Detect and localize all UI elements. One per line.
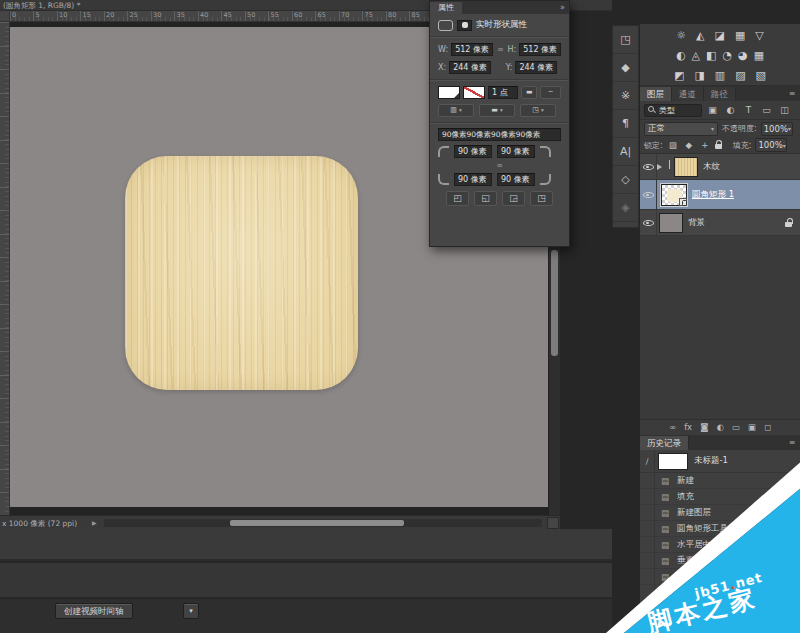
horizontal-scrollbar-thumb[interactable] xyxy=(230,520,404,526)
character-styles-panel-icon[interactable]: A| xyxy=(613,138,638,166)
status-menu-arrow-icon[interactable]: ▶ xyxy=(92,519,97,526)
layer-name[interactable]: 木纹 xyxy=(703,161,720,173)
history-item[interactable]: ▤ 新建 xyxy=(640,473,800,489)
collapse-panel-icon[interactable]: » xyxy=(556,2,569,14)
tab-properties[interactable]: 属性 xyxy=(430,2,462,14)
layer-thumbnail[interactable] xyxy=(659,213,683,233)
fill-color-swatch[interactable] xyxy=(438,86,460,99)
create-video-timeline-button[interactable]: 创建视频时间轴 xyxy=(55,603,133,619)
stroke-align-dropdown[interactable]: ▥ ▾ xyxy=(438,104,474,117)
selective-color-icon[interactable]: ▧ xyxy=(756,69,766,82)
tab-layers[interactable]: 图层 xyxy=(640,87,672,101)
photo-filter-icon[interactable]: ◔ xyxy=(722,49,732,62)
pathfinder-op-3-button[interactable]: ◲ xyxy=(502,191,525,206)
color-balance-icon[interactable]: ◬ xyxy=(692,49,700,62)
brightness-contrast-icon[interactable]: ☼ xyxy=(676,29,686,42)
color-lookup-icon[interactable]: ▦ xyxy=(754,49,764,62)
link-dimensions-icon[interactable]: ∞ xyxy=(496,45,505,54)
hue-saturation-icon[interactable]: ◐ xyxy=(676,49,686,62)
stroke-type-dropdown[interactable]: ▬ xyxy=(521,86,537,99)
window-resize-grip[interactable] xyxy=(547,517,559,529)
layer-filter-type-select[interactable]: 类型 xyxy=(644,104,702,117)
tool-presets-panel-icon[interactable]: ※ xyxy=(613,82,638,110)
curves-icon[interactable]: ◪ xyxy=(715,29,725,42)
visibility-toggle[interactable] xyxy=(640,154,657,179)
3d-panel-icon[interactable]: ◇ xyxy=(613,166,638,194)
filter-type-layers-icon[interactable]: T xyxy=(741,105,756,115)
history-item[interactable]: ▤ 水平居中对齐 xyxy=(640,537,800,553)
y-field[interactable]: 244 像素 xyxy=(515,61,557,74)
tab-history[interactable]: 历史记录 xyxy=(640,436,689,450)
history-item[interactable]: ▤ xyxy=(640,585,800,601)
wood-rounded-rectangle-shape[interactable] xyxy=(125,156,358,390)
lock-image-pixels-icon[interactable]: ◆ xyxy=(683,140,695,150)
layer-row-background[interactable]: 背景 xyxy=(640,210,800,236)
filter-adjustment-layers-icon[interactable]: ◐ xyxy=(723,105,738,115)
x-field[interactable]: 244 像素 xyxy=(449,61,491,74)
blend-mode-select[interactable]: 正常 ▾ xyxy=(644,122,718,136)
snapshot-name[interactable]: 未标题-1 xyxy=(694,455,728,467)
paragraph-panel-icon[interactable]: ¶ xyxy=(613,110,638,138)
filter-pixel-layers-icon[interactable]: ▣ xyxy=(705,105,720,115)
history-item-current[interactable]: ▤ xyxy=(640,617,800,633)
layers-panel-menu-icon[interactable]: ≡ xyxy=(784,87,800,101)
tab-channels[interactable]: 通道 xyxy=(672,87,704,101)
invert-icon[interactable]: ◩ xyxy=(674,69,684,82)
stroke-width-field[interactable]: 1 点 xyxy=(488,86,518,99)
new-adjustment-layer-icon[interactable]: ◐ xyxy=(716,423,723,432)
horizontal-scrollbar[interactable] xyxy=(104,519,542,527)
vertical-ruler[interactable] xyxy=(0,22,10,515)
lock-transparent-pixels-icon[interactable]: ▨ xyxy=(667,140,679,150)
delete-layer-icon[interactable]: ◻ xyxy=(764,423,771,432)
filter-shape-layers-icon[interactable]: ▭ xyxy=(759,105,774,115)
history-snapshot-row[interactable]: ∕ 未标题-1 xyxy=(640,450,800,473)
add-layer-mask-icon[interactable]: ◙ xyxy=(700,423,708,432)
threshold-icon[interactable]: ▥ xyxy=(715,69,725,82)
visibility-toggle[interactable] xyxy=(640,180,657,209)
new-layer-icon[interactable]: ▣ xyxy=(748,423,756,432)
channel-mixer-icon[interactable]: ◕ xyxy=(738,49,748,62)
layer-row-rounded-rectangle[interactable]: 圆角矩形 1 xyxy=(640,180,800,210)
vertical-scrollbar-thumb[interactable] xyxy=(551,250,558,356)
pathfinder-op-2-button[interactable]: ◱ xyxy=(474,191,497,206)
filter-smart-objects-icon[interactable]: ◫ xyxy=(777,105,792,115)
new-group-icon[interactable]: ▭ xyxy=(732,423,740,432)
radius-top-right-field[interactable]: 90 像素 xyxy=(497,145,535,158)
history-item[interactable]: ▤ 新建图层 xyxy=(640,505,800,521)
visibility-toggle[interactable] xyxy=(640,210,657,235)
history-item[interactable]: ▤ 填充图层 xyxy=(640,569,800,585)
timeline-mode-dropdown[interactable]: ▾ xyxy=(183,603,199,619)
link-radius-icon[interactable]: ∞ xyxy=(495,161,504,170)
height-field[interactable]: 512 像素 xyxy=(519,43,561,56)
history-item[interactable]: ▤ 圆角矩形工具 xyxy=(640,521,800,537)
radius-bottom-left-field[interactable]: 90 像素 xyxy=(454,173,492,186)
levels-icon[interactable]: ◭ xyxy=(696,29,704,42)
layer-thumbnail[interactable] xyxy=(674,157,698,177)
pathfinder-op-1-button[interactable]: ◰ xyxy=(446,191,469,206)
radius-top-left-field[interactable]: 90 像素 xyxy=(454,145,492,158)
layer-row-wood[interactable]: 木纹 xyxy=(640,154,800,180)
exposure-icon[interactable]: ▦ xyxy=(735,29,745,42)
layer-name[interactable]: 圆角矩形 1 xyxy=(692,189,734,201)
lock-all-icon[interactable] xyxy=(715,140,723,150)
black-white-icon[interactable]: ◧ xyxy=(706,49,716,62)
fill-field[interactable]: 100% ▾ xyxy=(755,138,787,152)
vibrance-icon[interactable]: ▽ xyxy=(755,29,763,42)
lock-position-icon[interactable]: + xyxy=(699,140,711,150)
layer-style-icon[interactable]: fx xyxy=(684,423,692,432)
opacity-field[interactable]: 100% ▾ xyxy=(761,122,793,136)
brush-panel-icon[interactable]: ◆ xyxy=(613,54,638,82)
pathfinder-op-4-button[interactable]: ◳ xyxy=(530,191,553,206)
tab-paths[interactable]: 路径 xyxy=(704,87,736,101)
layer-name[interactable]: 背景 xyxy=(688,217,705,229)
info-panel-icon[interactable]: ◈ xyxy=(613,194,638,222)
history-item[interactable]: ▤ xyxy=(640,601,800,617)
stroke-corners-dropdown[interactable]: ◳ ▾ xyxy=(520,104,556,117)
history-panel-menu-icon[interactable]: ≡ xyxy=(784,436,800,450)
gradient-map-icon[interactable]: ▨ xyxy=(735,69,745,82)
width-field[interactable]: 512 像素 xyxy=(451,43,493,56)
radius-bottom-right-field[interactable]: 90 像素 xyxy=(497,173,535,186)
history-item[interactable]: ▤ 垂直居中对齐 xyxy=(640,553,800,569)
clone-source-panel-icon[interactable]: ◳ xyxy=(613,26,638,54)
posterize-icon[interactable]: ◨ xyxy=(694,69,704,82)
